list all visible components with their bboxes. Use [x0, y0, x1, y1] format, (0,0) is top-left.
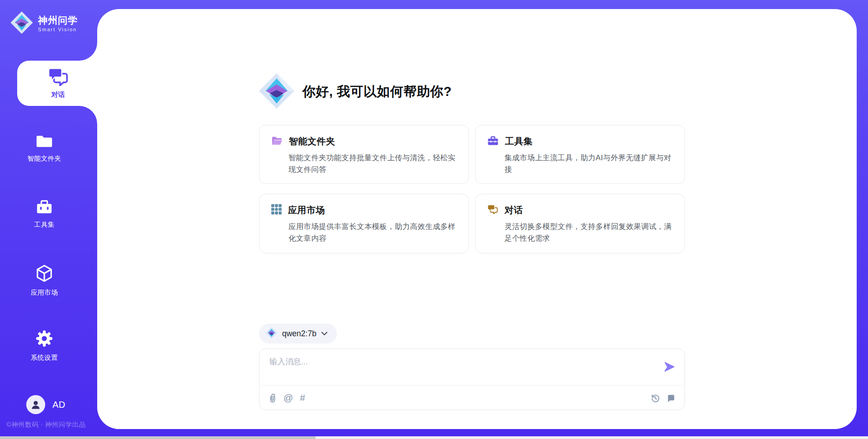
greeting-row: 你好, 我可以如何帮助你? [258, 72, 452, 111]
sidebar-item-label: 工具集 [34, 220, 55, 229]
card-title: 工具集 [505, 135, 533, 148]
user-profile[interactable]: AD [26, 395, 66, 414]
grid-icon [271, 204, 282, 216]
sidebar-item-settings[interactable]: 系统设置 [0, 326, 89, 366]
send-icon[interactable] [663, 361, 675, 375]
briefcase-icon [487, 136, 499, 148]
history-icon[interactable] [651, 393, 660, 403]
card-description: 灵活切换多模型文件，支持多样回复效果调试，满足个性化需求 [505, 221, 675, 244]
brand-logo: 神州问学 Smart Vision [10, 11, 78, 36]
main-content-area: 你好, 我可以如何帮助你? 智能文件夹 智能文件夹功能支持批量文件上传与清洗，轻… [97, 9, 857, 429]
chat-bubbles-icon [48, 67, 69, 88]
chat-icon[interactable] [667, 394, 675, 402]
tab-notch-top [79, 43, 97, 61]
card-app-market[interactable]: 应用市场 应用市场提供丰富长文本模板，助力高效生成多样化文章内容 [259, 194, 469, 253]
card-chat[interactable]: 对话 灵活切换多模型文件，支持多样回复效果调试，满足个性化需求 [475, 194, 685, 253]
attach-icon[interactable] [269, 393, 277, 403]
card-title: 对话 [505, 204, 523, 216]
card-description: 智能文件夹功能支持批量文件上传与清洗，轻松实现文件问答 [288, 152, 459, 175]
card-title: 应用市场 [288, 204, 325, 216]
model-selector[interactable]: qwen2:7b [259, 324, 337, 344]
diamond-logo-icon [265, 327, 278, 341]
card-title: 智能文件夹 [289, 135, 335, 148]
card-description: 应用市场提供丰富长文本模板，助力高效生成多样化文章内容 [288, 221, 459, 244]
card-toolset[interactable]: 工具集 集成市场上主流工具，助力AI与外界无缝扩展与对接 [475, 125, 685, 184]
sidebar-item-chat[interactable]: 对话 [17, 61, 99, 106]
cube-icon [36, 264, 53, 284]
sidebar-item-label: 智能文件夹 [28, 154, 61, 163]
sidebar-footer: ©神州数码 · 神州问学出品 [6, 420, 92, 429]
card-description: 集成市场上主流工具，助力AI与外界无缝扩展与对接 [505, 152, 675, 175]
message-composer: @ # [259, 348, 685, 410]
card-smart-folder[interactable]: 智能文件夹 智能文件夹功能支持批量文件上传与清洗，轻松实现文件问答 [259, 125, 469, 184]
sidebar-item-label: 对话 [52, 91, 65, 99]
brand-subtitle: Smart Vision [38, 27, 78, 32]
sidebar-item-toolset[interactable]: 工具集 [0, 194, 89, 234]
greeting-title: 你好, 我可以如何帮助你? [302, 83, 452, 101]
sidebar-item-label: 应用市场 [31, 288, 58, 297]
message-input[interactable] [269, 356, 649, 382]
model-name: qwen2:7b [282, 329, 316, 339]
diamond-logo-icon [258, 72, 295, 111]
horizontal-scrollbar[interactable] [0, 436, 868, 439]
sidebar-item-smart-folder[interactable]: 智能文件夹 [0, 128, 89, 168]
scrollbar-thumb[interactable] [0, 436, 316, 439]
sidebar-item-label: 系统设置 [31, 353, 58, 362]
chat-bubbles-icon [487, 205, 498, 216]
folder-icon [35, 134, 53, 150]
mention-icon[interactable]: @ [283, 392, 293, 403]
sidebar-item-app-market[interactable]: 应用市场 [0, 261, 89, 301]
avatar [26, 395, 45, 414]
feature-cards-grid: 智能文件夹 智能文件夹功能支持批量文件上传与清洗，轻松实现文件问答 工具集 集成… [259, 125, 685, 253]
brand-name: 神州问学 [38, 15, 78, 25]
toolbox-icon [35, 199, 53, 216]
gear-icon [35, 329, 53, 349]
hash-icon[interactable]: # [300, 392, 305, 403]
diamond-logo-icon [10, 11, 33, 36]
composer-toolbar: @ # [259, 386, 684, 410]
folder-open-icon [271, 136, 283, 148]
user-name: AD [52, 400, 66, 410]
chevron-down-icon [321, 329, 328, 338]
person-icon [30, 399, 41, 410]
tab-notch-bottom [79, 106, 97, 124]
